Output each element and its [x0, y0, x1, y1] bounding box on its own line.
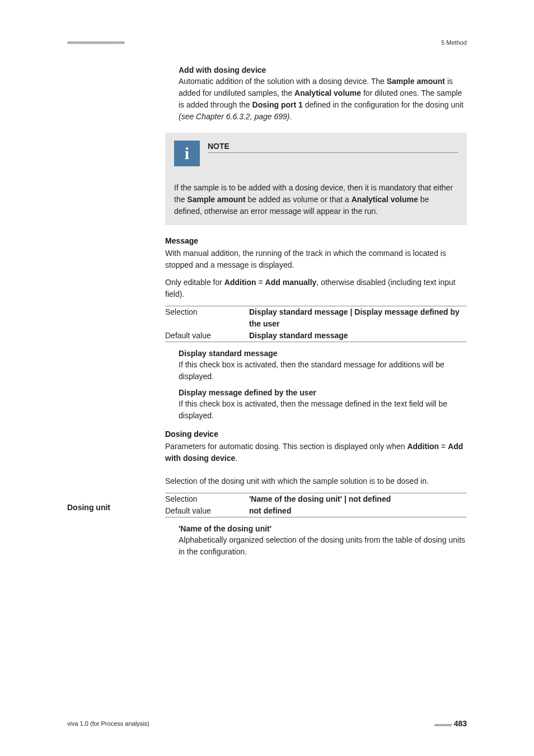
default-value: not defined — [249, 505, 467, 517]
add-dosing-title: Add with dosing device — [179, 66, 467, 74]
text: = — [256, 278, 265, 287]
table-row: Default value Display standard message — [165, 330, 467, 342]
analytical-volume-bold: Analytical volume — [352, 195, 418, 204]
selection-value: 'Name of the dosing unit' | not defined — [249, 493, 467, 505]
chapter-ref-italic: (see Chapter 6.6.3.2, page 699) — [179, 112, 289, 121]
sample-amount-bold: Sample amount — [187, 195, 245, 204]
selection-value: Display standard message | Display messa… — [249, 306, 467, 330]
text: Automatic addition of the solution with … — [179, 77, 387, 86]
dmu-title: Display message defined by the user — [179, 388, 467, 397]
selection-label: Selection — [165, 493, 249, 505]
name-dosing-title: 'Name of the dosing unit' — [179, 524, 467, 533]
name-dosing-text: Alphabetically organized selection of th… — [179, 534, 467, 558]
selection-label: Selection — [165, 306, 249, 330]
message-para2: Only editable for Addition = Add manuall… — [165, 277, 467, 300]
dosing-port-bold: Dosing port 1 — [252, 100, 303, 109]
dosing-unit-left-label: Dosing unit — [67, 503, 110, 512]
footer-page-number: 483 — [454, 719, 467, 728]
footer-left: viva 1.0 (for Process analysis) — [67, 720, 149, 727]
page-header: ■■■■■■■■■■■■■■■■■■■■■■■ 5 Method — [67, 39, 467, 46]
note-label: NOTE — [208, 141, 458, 153]
dmu-text: If this check box is activated, then the… — [179, 398, 467, 422]
default-label: Default value — [165, 505, 249, 517]
dsm-title: Display standard message — [179, 349, 467, 358]
table-row: Selection Display standard message | Dis… — [165, 306, 467, 330]
note-header: i NOTE — [174, 141, 458, 166]
note-text: If the sample is to be added with a dosi… — [174, 182, 458, 217]
dsm-text: If this check box is activated, then the… — [179, 359, 467, 382]
text: . — [235, 454, 237, 463]
text: defined in the configuration for the dos… — [303, 100, 463, 109]
text: . — [289, 112, 292, 121]
add-dosing-paragraph: Automatic addition of the solution with … — [179, 76, 467, 123]
note-box: i NOTE If the sample is to be added with… — [165, 133, 467, 225]
header-marks-left: ■■■■■■■■■■■■■■■■■■■■■■■ — [67, 40, 124, 45]
message-table: Selection Display standard message | Dis… — [165, 306, 467, 342]
header-chapter: 5 Method — [441, 39, 467, 46]
info-icon: i — [174, 141, 200, 166]
table-row: Selection 'Name of the dosing unit' | no… — [165, 493, 467, 505]
footer-right: ■■■■■■■■483 — [434, 719, 467, 728]
default-label: Default value — [165, 330, 249, 342]
dosing-device-para: Parameters for automatic dosing. This se… — [165, 441, 467, 464]
message-heading: Message — [165, 236, 467, 245]
text: Parameters for automatic dosing. This se… — [165, 442, 407, 451]
page-footer: viva 1.0 (for Process analysis) ■■■■■■■■… — [67, 719, 467, 728]
dosing-device-heading: Dosing device — [165, 430, 467, 438]
dosing-unit-table: Selection 'Name of the dosing unit' | no… — [165, 493, 467, 517]
table-row: Default value not defined — [165, 505, 467, 517]
text: Only editable for — [165, 278, 224, 287]
addition-bold: Addition — [407, 442, 439, 451]
message-para1: With manual addition, the running of the… — [165, 248, 467, 271]
footer-marks: ■■■■■■■■ — [434, 722, 452, 727]
default-value: Display standard message — [249, 330, 467, 342]
sample-amount-bold: Sample amount — [387, 77, 445, 86]
analytical-volume-bold: Analytical volume — [294, 88, 361, 97]
text: be added as volume or that a — [246, 195, 352, 204]
info-glyph: i — [185, 144, 189, 163]
addition-bold: Addition — [224, 278, 256, 287]
text: = — [439, 442, 448, 451]
add-manually-bold: Add manually — [265, 278, 317, 287]
dosing-unit-para: Selection of the dosing unit with which … — [165, 475, 467, 487]
